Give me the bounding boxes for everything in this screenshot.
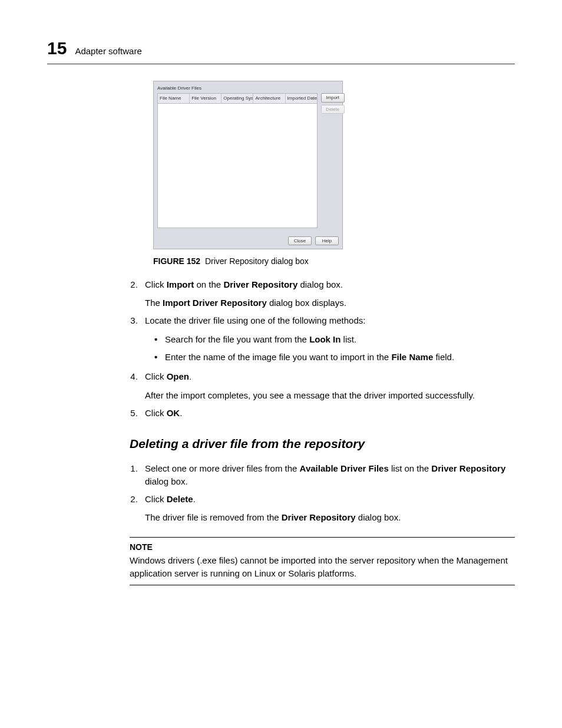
figure-caption: FIGURE 152 Driver Repository dialog box	[153, 255, 515, 267]
text: list.	[340, 334, 356, 344]
step-4: Click Open. After the import completes, …	[140, 370, 515, 402]
text: .	[189, 371, 191, 381]
step-4-body: After the import completes, you see a me…	[145, 389, 515, 402]
text: field.	[433, 352, 454, 362]
del-step-1: Select one or more driver files from the…	[140, 462, 515, 488]
col-architecture[interactable]: Architecture	[253, 94, 285, 103]
del-step-2-body: The driver file is removed from the Driv…	[145, 511, 515, 524]
file-name-label: File Name	[391, 352, 433, 362]
text: dialog box displays.	[267, 298, 346, 308]
chapter-title: Adapter software	[75, 45, 141, 58]
text: Click	[145, 494, 167, 504]
del-step-2: Click Delete. The driver file is removed…	[140, 493, 515, 525]
text: dialog box.	[297, 279, 343, 289]
note-block: NOTE Windows drivers (.exe files) cannot…	[130, 537, 515, 585]
available-files-table: File Name File Version Operating System …	[157, 93, 318, 228]
col-imported-date[interactable]: Imported Date	[286, 94, 317, 103]
text: Locate the driver file using one of the …	[145, 315, 365, 325]
available-driver-files-label: Available Driver Files	[300, 463, 389, 473]
dialog-group-label: Available Driver Files	[157, 85, 339, 92]
text: Click	[145, 279, 167, 289]
bullet-2: Enter the name of the image file you wan…	[165, 351, 515, 364]
table-header: File Name File Version Operating System …	[157, 93, 318, 103]
text: The	[145, 298, 163, 308]
close-button[interactable]: Close	[288, 236, 312, 246]
col-operating-system[interactable]: Operating System	[222, 94, 253, 103]
step-2-body: The Import Driver Repository dialog box …	[145, 297, 515, 309]
text: Enter the name of the image file you wan…	[165, 352, 391, 362]
text: Search for the file you want from the	[165, 334, 309, 344]
step-5: Click OK.	[140, 407, 515, 420]
driver-repository-dialog: Available Driver Files File Name File Ve…	[153, 81, 343, 250]
note-body: Windows drivers (.exe files) cannot be i…	[130, 554, 515, 580]
bullet-1: Search for the file you want from the Lo…	[165, 333, 515, 346]
delete-button: Delete	[321, 105, 345, 114]
note-title: NOTE	[130, 541, 515, 553]
help-button[interactable]: Help	[315, 236, 339, 246]
look-in-label: Look In	[309, 334, 340, 344]
col-file-version[interactable]: File Version	[190, 94, 222, 103]
text: Click	[145, 408, 167, 418]
table-body-empty[interactable]	[157, 103, 318, 228]
driver-repository-label: Driver Repository	[282, 512, 356, 522]
page-content: Available Driver Files File Name File Ve…	[47, 81, 515, 585]
step-2: Click Import on the Driver Repository di…	[140, 278, 515, 310]
section-heading: Deleting a driver file from the reposito…	[130, 435, 515, 453]
text: dialog box.	[356, 512, 401, 522]
page-header: 15 Adapter software	[47, 35, 515, 64]
driver-repository-label: Driver Repository	[223, 279, 297, 289]
text: Select one or more driver files from the	[145, 463, 300, 473]
text: on the	[194, 279, 223, 289]
delete-steps: Select one or more driver files from the…	[130, 462, 515, 524]
import-driver-repo-label: Import Driver Repository	[163, 298, 267, 308]
text: list on the	[389, 463, 432, 473]
text: dialog box.	[145, 476, 188, 486]
import-button[interactable]: Import	[321, 93, 345, 103]
import-steps: Click Import on the Driver Repository di…	[130, 278, 515, 420]
text: .	[193, 494, 196, 504]
delete-label: Delete	[167, 494, 193, 504]
text: Click	[145, 371, 167, 381]
step-3-bullets: Search for the file you want from the Lo…	[145, 333, 515, 364]
figure-label: FIGURE 152	[153, 256, 200, 266]
col-file-name[interactable]: File Name	[158, 94, 190, 103]
page: 15 Adapter software Available Driver Fil…	[0, 0, 562, 728]
text: .	[180, 408, 182, 418]
figure-text: Driver Repository dialog box	[205, 256, 309, 266]
import-label: Import	[167, 279, 194, 289]
ok-label: OK	[167, 408, 180, 418]
open-label: Open	[167, 371, 189, 381]
text: The driver file is removed from the	[145, 512, 282, 522]
chapter-number: 15	[47, 35, 67, 61]
step-3: Locate the driver file using one of the …	[140, 314, 515, 363]
driver-repository-label: Driver Repository	[431, 463, 505, 473]
